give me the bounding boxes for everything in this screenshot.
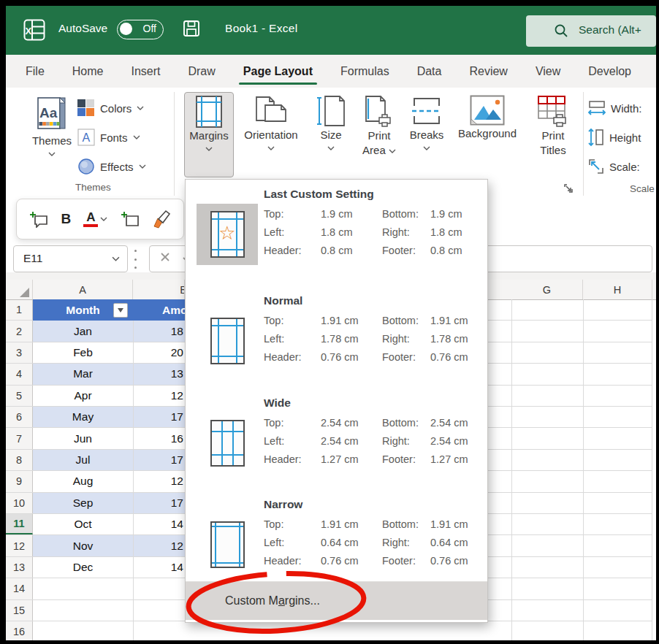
cell-amount[interactable]: 12 bbox=[133, 471, 183, 491]
margin-preset-item[interactable]: Wide Top:2.54 cmBottom:2.54 cm Left:2.54… bbox=[186, 394, 487, 486]
select-all-corner[interactable] bbox=[6, 280, 33, 299]
cell-amount[interactable]: 12 bbox=[133, 535, 183, 556]
cell-amount[interactable]: 13 bbox=[133, 364, 183, 384]
row-header[interactable]: 4 bbox=[6, 364, 33, 384]
row-header[interactable]: 12 bbox=[6, 535, 33, 556]
cell-month[interactable] bbox=[33, 621, 133, 640]
search-box[interactable]: Search (Alt+ bbox=[526, 15, 656, 47]
insert-cells-button[interactable] bbox=[121, 210, 140, 228]
row-header[interactable]: 11 bbox=[6, 514, 33, 534]
row-header[interactable]: 1 bbox=[6, 299, 33, 320]
mini-toolbar: B A bbox=[16, 199, 184, 239]
row-header[interactable]: 16 bbox=[6, 621, 33, 640]
margin-preset-item[interactable]: Narrow Top:1.91 cmBottom:1.91 cm Left:0.… bbox=[186, 496, 487, 588]
column-header-g[interactable]: G bbox=[511, 280, 583, 299]
row-header[interactable]: 6 bbox=[6, 407, 33, 427]
row-header[interactable]: 2 bbox=[6, 321, 33, 341]
row-header[interactable]: 10 bbox=[6, 493, 33, 513]
cell-month[interactable]: Apr bbox=[33, 386, 133, 406]
cell-amount[interactable]: 14 bbox=[133, 557, 183, 578]
ribbon-tab[interactable]: Review bbox=[460, 55, 517, 88]
cell-month[interactable]: Mar bbox=[33, 364, 133, 384]
name-box-value: E11 bbox=[23, 252, 42, 265]
margin-preset-item[interactable]: Normal Top:1.91 cmBottom:1.91 cm Left:1.… bbox=[186, 292, 487, 384]
cell-amount[interactable]: 17 bbox=[133, 450, 183, 470]
cell-month[interactable] bbox=[33, 578, 133, 599]
row-header[interactable]: 3 bbox=[6, 342, 33, 363]
bold-button[interactable]: B bbox=[61, 211, 71, 227]
cell-month[interactable]: Dec bbox=[33, 557, 133, 578]
cancel-icon[interactable] bbox=[160, 252, 170, 262]
ribbon-tab[interactable]: Formulas bbox=[331, 55, 399, 88]
format-painter-button[interactable] bbox=[152, 210, 171, 229]
cell-amount[interactable]: 16 bbox=[133, 428, 183, 448]
ribbon-tab[interactable]: File bbox=[16, 55, 54, 88]
ribbon-tab[interactable]: Home bbox=[63, 55, 113, 88]
cell-amount[interactable] bbox=[133, 578, 183, 599]
font-color-button[interactable]: A bbox=[83, 211, 107, 228]
ribbon-tab[interactable]: Data bbox=[408, 55, 452, 88]
cell-amount[interactable] bbox=[133, 621, 183, 640]
cell-amount[interactable] bbox=[133, 600, 183, 621]
table-row[interactable]: 16 bbox=[6, 621, 652, 640]
cell-amount[interactable]: 12 bbox=[133, 386, 183, 406]
svg-text:X: X bbox=[26, 26, 32, 37]
orientation-button[interactable]: Orientation bbox=[237, 92, 305, 154]
fonts-button[interactable]: A Fonts bbox=[77, 127, 140, 147]
ribbon-tab[interactable]: Develop bbox=[579, 55, 641, 88]
cell-month[interactable]: Aug bbox=[33, 471, 133, 491]
scale-field[interactable]: Scale: bbox=[587, 158, 640, 175]
row-header[interactable]: 5 bbox=[6, 386, 33, 406]
cell-month[interactable] bbox=[33, 600, 133, 621]
row-header[interactable]: 7 bbox=[6, 428, 33, 448]
new-comment-button[interactable] bbox=[29, 210, 48, 228]
cell-amount[interactable]: 14 bbox=[133, 514, 183, 534]
background-button[interactable]: Background bbox=[452, 92, 522, 139]
row-header[interactable]: 8 bbox=[6, 450, 33, 470]
cell-month[interactable]: Feb bbox=[33, 342, 133, 363]
cell-amount[interactable]: 20 bbox=[133, 342, 183, 363]
print-area-label: Print Area bbox=[357, 129, 401, 158]
effects-button[interactable]: Effects bbox=[77, 156, 146, 177]
cell-amount[interactable]: 17 bbox=[133, 407, 183, 427]
ribbon-tab[interactable]: Draw bbox=[178, 55, 224, 88]
filter-dropdown-button[interactable] bbox=[113, 303, 128, 318]
cell-amount[interactable]: 18 bbox=[133, 321, 183, 341]
custom-margins-label: Custom Margins... bbox=[186, 594, 320, 607]
themes-button[interactable]: Aa Themes bbox=[28, 93, 76, 183]
cell-month[interactable]: Jun bbox=[33, 428, 133, 448]
cell-month[interactable]: Oct bbox=[33, 514, 133, 534]
breaks-button[interactable]: Breaks bbox=[403, 92, 450, 154]
page-setup-dialog-launcher[interactable] bbox=[563, 183, 574, 194]
ribbon-tab[interactable]: View bbox=[526, 55, 570, 88]
column-header-h[interactable]: H bbox=[583, 280, 652, 299]
tab-label: View bbox=[536, 65, 560, 78]
table-header-amount[interactable]: Amo bbox=[133, 299, 185, 321]
row-header[interactable]: 9 bbox=[6, 471, 33, 491]
print-area-button[interactable]: Print Area bbox=[357, 92, 401, 158]
width-field[interactable]: Width: bbox=[587, 99, 642, 117]
cell-month[interactable]: Jul bbox=[33, 450, 133, 470]
column-header-a[interactable]: A bbox=[33, 280, 133, 299]
save-icon[interactable] bbox=[183, 20, 200, 37]
column-header-b[interactable]: B bbox=[133, 280, 185, 299]
size-button[interactable]: Size bbox=[307, 92, 355, 154]
row-header[interactable]: 15 bbox=[6, 600, 33, 621]
cell-month[interactable]: Sep bbox=[33, 493, 133, 513]
print-titles-button[interactable]: Print Titles bbox=[526, 92, 580, 158]
row-header[interactable]: 13 bbox=[6, 557, 33, 578]
cell-month[interactable]: May bbox=[33, 407, 133, 427]
custom-margins-item[interactable]: Custom Margins... bbox=[186, 582, 487, 620]
cell-amount[interactable]: 17 bbox=[133, 493, 183, 513]
row-header[interactable]: 14 bbox=[6, 578, 33, 599]
name-box[interactable]: E11 bbox=[13, 245, 128, 272]
cell-month[interactable]: Nov bbox=[33, 535, 133, 556]
cell-month[interactable]: Jan bbox=[33, 321, 133, 341]
margins-button[interactable]: Margins bbox=[184, 92, 234, 177]
ribbon-tab[interactable]: Insert bbox=[121, 55, 169, 88]
ribbon-tab[interactable]: Page Layout bbox=[234, 55, 322, 88]
autosave-toggle[interactable]: Off bbox=[117, 20, 164, 39]
margin-preset-item[interactable]: ☆ Last Custom Setting Top:1.9 cmBottom:1… bbox=[186, 185, 487, 277]
height-field[interactable]: Height bbox=[587, 129, 641, 146]
colors-button[interactable]: Colors bbox=[77, 98, 144, 118]
